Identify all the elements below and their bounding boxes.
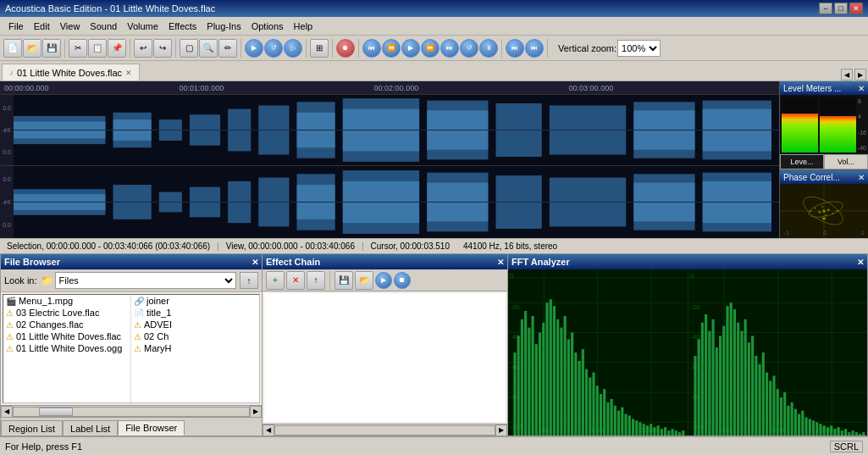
effect-scroll-track[interactable] [274, 425, 495, 436]
tab-prev[interactable]: ◀ [841, 69, 853, 80]
track-1-canvas[interactable] [14, 95, 779, 165]
loop-button[interactable]: ↺ [264, 39, 283, 58]
svg-rect-148 [708, 331, 710, 436]
tab-label-list[interactable]: Label List [63, 420, 118, 436]
menu-file[interactable]: File [3, 19, 29, 33]
menu-sound[interactable]: Sound [85, 19, 122, 33]
effect-add[interactable]: + [266, 271, 285, 290]
file-item-title1[interactable]: 📄 title_1 [131, 307, 259, 319]
grid-button[interactable]: ⊞ [310, 39, 329, 58]
zoom-tool[interactable]: 🔍 [199, 39, 218, 58]
menu-edit[interactable]: Edit [29, 19, 55, 33]
svg-rect-186 [844, 429, 847, 436]
effect-load[interactable]: 📂 [355, 271, 373, 290]
title-bar: Acoustica Basic Edition - 01 Little Whit… [0, 0, 868, 17]
file-item-changes[interactable]: ⚠ 02 Changes.flac [3, 319, 130, 330]
svg-rect-144 [694, 356, 696, 436]
file-icon-lwd: ⚠ [6, 332, 14, 341]
leve-tab[interactable]: Leve... [780, 154, 824, 169]
loop2-button[interactable]: ↺ [460, 39, 478, 58]
fft-close[interactable]: ✕ [857, 258, 864, 267]
file-item-electric[interactable]: ⚠ 03 Electric Love.flac [3, 307, 130, 319]
file-item-lwdogg[interactable]: ⚠ 01 Little White Doves.ogg [3, 342, 130, 354]
play2-button[interactable]: ▶ [401, 39, 420, 58]
file-item-adv[interactable]: ⚠ ADVEI [131, 319, 259, 330]
menu-options[interactable]: Options [246, 19, 289, 33]
fft-right: 0 -20 -40 -60 -80 -100 100 1000 10000 [688, 269, 868, 436]
menu-plugins[interactable]: Plug-Ins [202, 19, 246, 33]
scrollbar-thumb[interactable] [39, 408, 73, 416]
menu-effects[interactable]: Effects [163, 19, 202, 33]
play-button[interactable]: ▶ [245, 39, 263, 58]
maximize-button[interactable]: □ [834, 3, 848, 14]
play-sel-button[interactable]: ▷ [284, 39, 302, 58]
tab-file-browser[interactable]: File Browser [118, 420, 185, 436]
effect-scroll-left[interactable]: ◀ [263, 424, 274, 436]
open-button[interactable]: 📂 [23, 39, 41, 58]
effect-stop[interactable]: ⏹ [394, 272, 411, 289]
effect-remove[interactable]: ✕ [286, 271, 305, 290]
save-button[interactable]: 💾 [42, 39, 61, 58]
scroll-right[interactable]: ▶ [250, 406, 262, 418]
file-item-lwd[interactable]: ⚠ 01 Little White Doves.flac [3, 330, 130, 342]
effect-chain-close[interactable]: ✕ [497, 258, 504, 267]
svg-rect-164 [765, 373, 767, 436]
effect-save[interactable]: 💾 [334, 271, 353, 290]
menu-help[interactable]: Help [289, 19, 318, 33]
pause-button[interactable]: ⏸ [479, 39, 498, 58]
navigate-up-button[interactable]: ↑ [240, 272, 258, 289]
svg-rect-152 [722, 326, 725, 436]
file-item-02ch[interactable]: ⚠ 02 Ch [131, 330, 259, 342]
prev-button[interactable]: ⏮ [362, 39, 381, 58]
tab-close[interactable]: ✕ [125, 69, 132, 77]
scroll-left[interactable]: ◀ [1, 406, 13, 418]
track-2-labels: 0.0 -inf. 0.0 [0, 166, 14, 238]
record-button[interactable]: ⏺ [336, 39, 355, 58]
waveform-main[interactable]: 00:00:00.000 00:01:00.000 00:02:00.000 0… [0, 81, 779, 238]
file-item-mary[interactable]: ⚠ MaryH [131, 342, 259, 354]
file-scrollbar: ◀ ▶ [1, 405, 262, 417]
redo-button[interactable]: ↪ [153, 39, 172, 58]
menu-volume[interactable]: Volume [122, 19, 163, 33]
undo-button[interactable]: ↩ [134, 39, 152, 58]
look-in-select[interactable]: Files [55, 272, 236, 289]
meter-right-fill [820, 116, 856, 153]
tab-region-list[interactable]: Region List [1, 420, 63, 436]
file-item-menu1[interactable]: 🎬 Menu_1.mpg [3, 295, 130, 307]
menu-view[interactable]: View [55, 19, 86, 33]
close-button[interactable]: ✕ [849, 3, 863, 14]
level-meters-content: 8 4 -16 -40 [780, 95, 868, 154]
waveform-ruler: 00:00:00.000 00:01:00.000 00:02:00.000 0… [0, 81, 779, 95]
pencil-tool[interactable]: ✏ [218, 39, 237, 58]
vol-tab[interactable]: Vol... [824, 154, 868, 169]
audio-info: 44100 Hz, 16 bits, stereo [463, 241, 557, 251]
audio-tab[interactable]: ♪ 01 Little White Doves.flac ✕ [2, 64, 140, 80]
scrollbar-track[interactable] [13, 407, 250, 417]
rewind-button[interactable]: ⏪ [382, 39, 401, 58]
zoom-select[interactable]: 100% 200% 50% [617, 40, 661, 57]
skip-fwd-button[interactable]: ⏭ [506, 39, 524, 58]
select-tool[interactable]: ▢ [180, 39, 198, 58]
skip-end-button[interactable]: ⏭ [525, 39, 544, 58]
track-1-waveform [14, 95, 779, 165]
new-button[interactable]: 📄 [3, 39, 22, 58]
copy-button[interactable]: 📋 [88, 39, 107, 58]
meter-scale: 8 4 -16 -40 [858, 97, 866, 153]
paste-button[interactable]: 📌 [108, 39, 126, 58]
file-browser-close[interactable]: ✕ [252, 258, 258, 267]
svg-rect-82 [531, 316, 534, 436]
fft-title: FFT Analyzer ✕ [508, 254, 867, 269]
phase-corr-close[interactable]: ✕ [858, 173, 865, 182]
cut-button[interactable]: ✂ [69, 39, 87, 58]
effect-scroll-right[interactable]: ▶ [495, 424, 507, 436]
track-2-canvas[interactable] [14, 166, 779, 238]
minimize-button[interactable]: − [819, 3, 832, 14]
effect-move-up[interactable]: ↑ [307, 271, 325, 290]
tab-next[interactable]: ▶ [854, 69, 866, 80]
fwd-button[interactable]: ⏩ [421, 39, 440, 58]
effect-play[interactable]: ▶ [375, 272, 392, 289]
menu-bar: File Edit View Sound Volume Effects Plug… [0, 17, 868, 36]
end-button[interactable]: ⏭ [440, 39, 459, 58]
file-item-joiner[interactable]: 🔗 joiner [131, 295, 259, 307]
level-meters-close[interactable]: ✕ [858, 84, 865, 93]
